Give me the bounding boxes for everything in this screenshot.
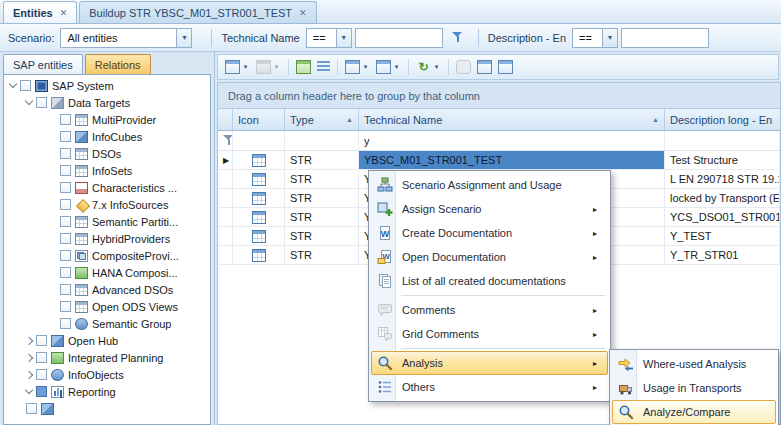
column-header-icon[interactable]: Icon bbox=[233, 109, 285, 130]
checkbox[interactable] bbox=[60, 318, 71, 329]
comments-button[interactable] bbox=[454, 57, 473, 77]
checkbox[interactable] bbox=[36, 386, 47, 397]
menu-item-analysis[interactable]: Analysis bbox=[371, 351, 608, 375]
cell-type[interactable]: STR bbox=[285, 208, 359, 226]
menu-item-usage-in-transports[interactable]: Usage in Transports bbox=[612, 376, 776, 400]
checkbox[interactable] bbox=[36, 369, 47, 380]
group-by-panel[interactable]: Drag a column header here to group by th… bbox=[218, 83, 780, 109]
menu-item-analyze-compare[interactable]: Analyze/Compare bbox=[612, 400, 776, 424]
expander-icon[interactable] bbox=[25, 336, 33, 344]
checkbox[interactable] bbox=[60, 182, 71, 193]
cell-description[interactable]: YCS_DSO01_STR001 bbox=[665, 208, 780, 226]
menu-item-list-of-all-created-documentations[interactable]: List of all created documentations bbox=[371, 269, 608, 293]
chevron-down-icon[interactable] bbox=[432, 63, 441, 71]
checkbox[interactable] bbox=[36, 97, 47, 108]
chevron-down-icon[interactable] bbox=[602, 29, 617, 47]
cell-description[interactable]: Y_TR_STR01 bbox=[665, 246, 780, 264]
export-grid-button[interactable] bbox=[475, 57, 494, 77]
menu-item-where-used-analysis[interactable]: Where-used Analysis bbox=[612, 352, 776, 376]
menu-item-open-documentation[interactable]: W Open Documentation bbox=[371, 245, 608, 269]
tree-item-compositeproviders[interactable]: CompositeProvi... bbox=[4, 247, 210, 264]
checkbox[interactable] bbox=[36, 352, 47, 363]
cell-description[interactable]: Test Structure bbox=[665, 151, 780, 169]
technical-name-filter-input[interactable] bbox=[355, 28, 443, 48]
checkbox[interactable] bbox=[36, 335, 47, 346]
refresh-button[interactable] bbox=[414, 57, 443, 77]
checkbox[interactable] bbox=[20, 80, 31, 91]
tree-item-infocubes[interactable]: InfoCubes bbox=[4, 128, 210, 145]
checkbox[interactable] bbox=[60, 267, 71, 278]
cell-type[interactable]: STR bbox=[285, 151, 359, 169]
filter-cell-type[interactable] bbox=[285, 131, 359, 150]
checkbox[interactable] bbox=[26, 403, 37, 414]
tree-item-hana-composites[interactable]: HANA Composi... bbox=[4, 264, 210, 281]
tree-item-hybridproviders[interactable]: HybridProviders bbox=[4, 230, 210, 247]
cell-type[interactable]: STR bbox=[285, 189, 359, 207]
menu-item-comments[interactable]: Comments bbox=[371, 298, 608, 322]
tab-sap-entities[interactable]: SAP entities bbox=[3, 54, 83, 74]
tab-buildup-str[interactable]: Buildup STR YBSC_M01_STR001_TEST bbox=[79, 1, 316, 23]
tree-item-characteristics[interactable]: Characteristics ... bbox=[4, 179, 210, 196]
cell-icon[interactable] bbox=[233, 227, 285, 245]
column-header-technical-name[interactable]: Technical Name bbox=[359, 109, 665, 130]
cell-type[interactable]: STR bbox=[285, 170, 359, 188]
cell-icon[interactable] bbox=[233, 170, 285, 188]
expander-icon[interactable] bbox=[25, 370, 33, 378]
checkbox[interactable] bbox=[60, 301, 71, 312]
tree-item-dsos[interactable]: DSOs bbox=[4, 145, 210, 162]
menu-item-create-documentation[interactable]: W Create Documentation bbox=[371, 221, 608, 245]
tab-entities[interactable]: Entities bbox=[3, 1, 77, 23]
technical-name-operator-dropdown[interactable]: == bbox=[306, 28, 352, 48]
menu-item-others[interactable]: Others bbox=[371, 375, 608, 399]
filter-cell-icon[interactable] bbox=[233, 131, 285, 150]
table-row[interactable]: STR YBSC_M01_STR001_TEST Test Structure bbox=[218, 151, 780, 170]
checkbox[interactable] bbox=[60, 216, 71, 227]
chevron-down-icon[interactable] bbox=[336, 29, 351, 47]
menu-item-grid-comments[interactable]: Grid Comments bbox=[371, 322, 608, 346]
cell-type[interactable]: STR bbox=[285, 227, 359, 245]
cell-icon[interactable] bbox=[233, 246, 285, 264]
cell-type[interactable]: STR bbox=[285, 246, 359, 264]
close-icon[interactable] bbox=[299, 8, 307, 18]
description-filter-input[interactable] bbox=[621, 28, 709, 48]
tree-item-multiprovider[interactable]: MultiProvider bbox=[4, 111, 210, 128]
expander-icon[interactable] bbox=[25, 386, 33, 394]
tree-item-data-targets[interactable]: Data Targets bbox=[4, 94, 210, 111]
expander-icon[interactable] bbox=[25, 353, 33, 361]
cell-description[interactable]: locked by Transport (EN... bbox=[665, 189, 780, 207]
filter-button[interactable] bbox=[447, 28, 469, 48]
column-header-description[interactable]: Description long - En bbox=[665, 109, 780, 130]
tree-item-infosources[interactable]: 7.x InfoSources bbox=[4, 196, 210, 213]
tree-item-semantic-group[interactable]: Semantic Group bbox=[4, 315, 210, 332]
column-header-type[interactable]: Type bbox=[285, 109, 359, 130]
chevron-down-icon[interactable] bbox=[241, 63, 250, 71]
tree-item-semantic-partitions[interactable]: Semantic Partiti... bbox=[4, 213, 210, 230]
tree-item-open-hub[interactable]: Open Hub bbox=[4, 332, 210, 349]
checkbox[interactable] bbox=[60, 233, 71, 244]
close-icon[interactable] bbox=[60, 8, 68, 18]
save-button[interactable] bbox=[254, 57, 283, 77]
checkbox[interactable] bbox=[60, 199, 71, 210]
chevron-down-icon[interactable] bbox=[272, 63, 281, 71]
checkbox[interactable] bbox=[60, 284, 71, 295]
cell-technical-name[interactable]: YBSC_M01_STR001_TEST bbox=[359, 151, 665, 169]
expander-icon[interactable] bbox=[25, 97, 33, 105]
description-operator-dropdown[interactable]: == bbox=[572, 28, 618, 48]
tree-item-advanced-dsos[interactable]: Advanced DSOs bbox=[4, 281, 210, 298]
checkbox[interactable] bbox=[60, 165, 71, 176]
tree-item-integrated-planning[interactable]: Integrated Planning bbox=[4, 349, 210, 366]
checkbox[interactable] bbox=[60, 250, 71, 261]
checkbox[interactable] bbox=[60, 148, 71, 159]
chevron-down-icon[interactable] bbox=[392, 63, 401, 71]
filter-edit-button[interactable] bbox=[294, 57, 313, 77]
menu-item-scenario-assignment-and-usage[interactable]: Scenario Assignment and Usage bbox=[371, 173, 608, 197]
chevron-down-icon[interactable] bbox=[361, 63, 370, 71]
menu-item-assign-scenario[interactable]: Assign Scenario bbox=[371, 197, 608, 221]
cell-icon[interactable] bbox=[233, 189, 285, 207]
tree-item-partial[interactable] bbox=[4, 400, 210, 417]
grid-layout-button[interactable] bbox=[223, 57, 252, 77]
filter-cell-technical-name[interactable]: y bbox=[359, 131, 665, 150]
tree-item-infosets[interactable]: InfoSets bbox=[4, 162, 210, 179]
cell-icon[interactable] bbox=[233, 208, 285, 226]
scenario-dropdown[interactable]: All entities bbox=[60, 28, 192, 48]
